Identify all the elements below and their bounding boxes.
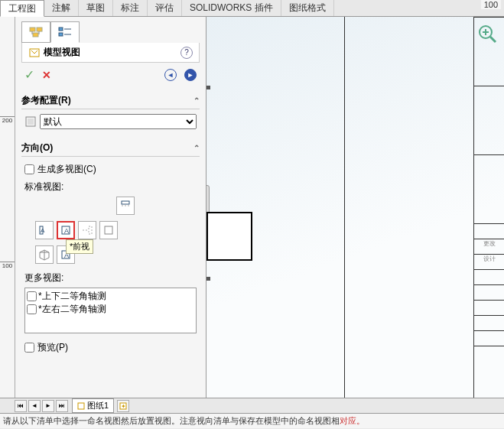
- ribbon-tab-callout[interactable]: 标注: [113, 0, 148, 16]
- ribbon-tab-annotate[interactable]: 注解: [44, 0, 79, 16]
- add-sheet-icon: ✦: [119, 402, 127, 410]
- sheet-border: 更改 设计: [344, 17, 504, 398]
- panel-body: 参考配置(R) ⌃ 默认 方向(O) ⌃: [15, 86, 206, 398]
- svg-rect-2: [33, 33, 38, 37]
- view-front-tooltip: *前视: [66, 239, 93, 254]
- sheet-nav-prev[interactable]: ◄: [28, 400, 41, 412]
- ribbon-tabs: 工程图 注解 草图 标注 评估 SOLIDWORKS 插件 图纸格式: [0, 0, 504, 17]
- ribbon-tab-plugins[interactable]: SOLIDWORKS 插件: [182, 0, 281, 16]
- prev-button[interactable]: ◄: [164, 69, 177, 81]
- section-title: 参考配置(R): [21, 94, 71, 107]
- panel-header: 模型视图 ?: [21, 43, 200, 63]
- sheet-tab-label: 图纸1: [87, 400, 109, 411]
- tb-cell: [474, 269, 504, 284]
- ribbon-tab-sketch[interactable]: 草图: [79, 0, 113, 16]
- svg-text:A: A: [64, 227, 69, 235]
- vruler-tick: 100: [0, 262, 15, 269]
- section-orientation: 方向(O) ⌃ 生成多视图(C) 标准视图: A: [21, 140, 200, 360]
- section-ref-config: 参考配置(R) ⌃ 默认: [21, 93, 200, 134]
- tb-cell: [474, 17, 504, 86]
- tb-cell: [474, 154, 504, 223]
- tb-cell: [474, 330, 504, 346]
- section-head-ref-config[interactable]: 参考配置(R) ⌃: [21, 93, 200, 109]
- collapse-icon: ⌃: [193, 144, 200, 152]
- sheet-nav-last[interactable]: ⏭: [56, 400, 68, 412]
- tb-cell: [474, 86, 504, 154]
- collapse-icon: ⌃: [193, 96, 200, 105]
- ribbon-tab-sheetformat[interactable]: 图纸格式: [281, 0, 334, 16]
- tb-cell: 设计: [474, 254, 504, 269]
- svg-rect-9: [30, 49, 39, 57]
- tb-cell: [474, 284, 504, 300]
- svg-rect-11: [28, 119, 34, 125]
- section-title: 方向(O): [21, 141, 53, 154]
- sheet-add-button[interactable]: ✦: [117, 400, 129, 412]
- preview-checkbox[interactable]: [24, 343, 34, 353]
- ribbon-tab-evaluate[interactable]: 评估: [148, 0, 182, 16]
- status-bar: 请从以下清单中选择一命名视图然后放置视图。注意视向清单与保存在模型中的命名视图相…: [0, 413, 504, 428]
- next-button[interactable]: ►: [184, 69, 197, 81]
- title-block: 更改 设计: [473, 17, 504, 398]
- list-item-label: *上下二等角轴测: [38, 290, 106, 303]
- svg-rect-0: [30, 28, 35, 31]
- canvas-marker: [206, 86, 210, 89]
- view-front-button[interactable]: A *前视: [57, 221, 75, 239]
- view-back-button[interactable]: [99, 221, 118, 239]
- props-icon: [58, 27, 72, 37]
- svg-rect-27: [78, 403, 84, 409]
- svg-text:A: A: [41, 227, 45, 234]
- tb-cell: [474, 300, 504, 315]
- view-iso-button[interactable]: [35, 245, 54, 264]
- view-left-button[interactable]: A: [35, 221, 54, 239]
- status-text-highlight: 对应。: [340, 416, 365, 425]
- accept-button[interactable]: ✓: [24, 67, 34, 82]
- panel-resize-handle[interactable]: [206, 185, 210, 216]
- more-views-label: 更多视图:: [24, 271, 197, 284]
- ribbon-tab-drawing[interactable]: 工程图: [0, 0, 44, 17]
- svg-rect-20: [105, 226, 112, 234]
- cancel-button[interactable]: ✕: [42, 69, 51, 81]
- section-head-orientation[interactable]: 方向(O) ⌃: [21, 140, 200, 157]
- svg-rect-6: [59, 33, 63, 36]
- list-item[interactable]: *上下二等角轴测: [27, 290, 194, 303]
- list-item-checkbox[interactable]: [27, 304, 37, 314]
- preview-checkbox-row[interactable]: 预览(P): [24, 341, 197, 354]
- list-item[interactable]: *左右二等角轴测: [27, 303, 194, 316]
- sheet-nav-next[interactable]: ►: [42, 400, 54, 412]
- sheet-nav-first[interactable]: ⏮: [15, 400, 27, 412]
- svg-text:✦: ✦: [121, 403, 126, 410]
- list-item-label: *左右二等角轴测: [38, 303, 106, 316]
- vruler-tick: 200: [0, 116, 15, 124]
- more-views-list[interactable]: *上下二等角轴测 *左右二等角轴测: [24, 288, 197, 333]
- standard-views-label: 标准视图:: [24, 180, 197, 193]
- model-view-icon: [28, 47, 41, 59]
- list-item-checkbox[interactable]: [27, 291, 37, 301]
- tb-cell: [474, 315, 504, 330]
- panel-tab-tree[interactable]: [21, 21, 50, 43]
- panel-tab-props[interactable]: [50, 21, 80, 43]
- tb-cell: 更改: [474, 239, 504, 254]
- placed-view-outline[interactable]: [206, 212, 252, 261]
- sheet-icon: [77, 402, 85, 410]
- status-text: 请从以下清单中选择一命名视图然后放置视图。注意视向清单与保存在模型中的命名视图相: [3, 416, 340, 425]
- vertical-ruler: 200 100: [0, 17, 15, 398]
- tb-cell: [474, 223, 504, 239]
- panel-actions: ✓ ✕ ◄ ►: [15, 63, 206, 86]
- property-panel: 模型视图 ? ✓ ✕ ◄ ► 参考配置(R) ⌃ 默认: [15, 17, 206, 398]
- hruler-value: 100: [481, 0, 501, 9]
- config-icon: [24, 115, 37, 128]
- view-top-button[interactable]: [116, 197, 135, 215]
- panel-title: 模型视图: [44, 46, 180, 59]
- multiview-checkbox[interactable]: [24, 164, 34, 174]
- multiview-checkbox-row[interactable]: 生成多视图(C): [24, 163, 197, 176]
- config-select[interactable]: 默认: [40, 114, 197, 129]
- view-right-button[interactable]: [78, 221, 96, 239]
- sheet-tab-bar: ⏮ ◄ ► ⏭ 图纸1 ✦: [0, 398, 504, 413]
- tree-icon: [29, 27, 43, 37]
- standard-view-buttons: A A *前视 A: [24, 197, 197, 267]
- preview-label: 预览(P): [37, 341, 68, 354]
- canvas-area: 更改 设计: [206, 17, 504, 398]
- drawing-canvas[interactable]: 更改 设计: [206, 17, 504, 398]
- sheet-tab[interactable]: 图纸1: [72, 398, 114, 413]
- help-button[interactable]: ?: [180, 47, 193, 59]
